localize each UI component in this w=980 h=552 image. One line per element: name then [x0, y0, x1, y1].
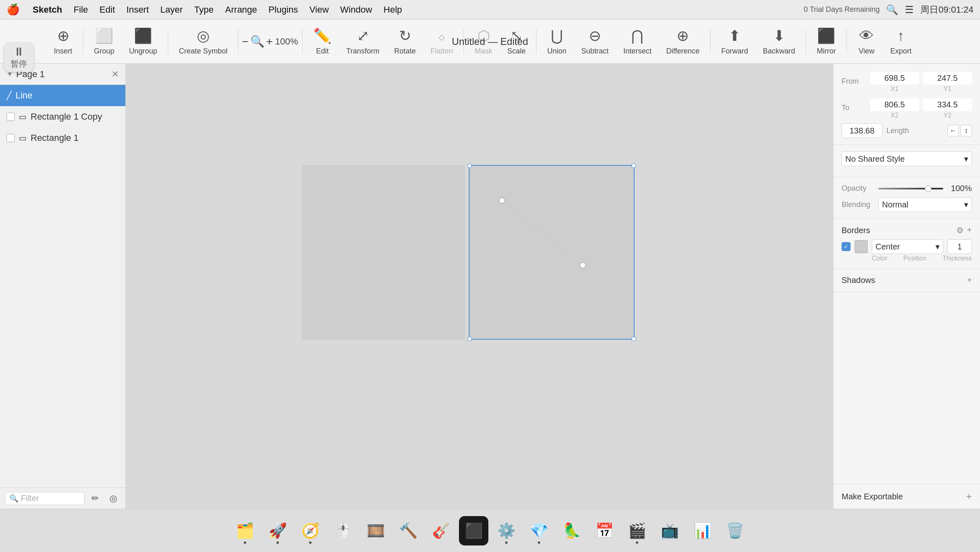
- menu-file[interactable]: File: [68, 4, 94, 16]
- opacity-slider[interactable]: [878, 188, 943, 189]
- dock-item-trash[interactable]: 🗑️: [720, 516, 750, 545]
- menu-view[interactable]: View: [304, 4, 334, 16]
- group-label: Group: [94, 47, 114, 56]
- borders-add-icon[interactable]: +: [967, 225, 972, 235]
- dock-item-app2[interactable]: 📺: [655, 516, 684, 545]
- menubar: 🍎 Sketch File Edit Insert Layer Type Arr…: [0, 0, 980, 20]
- length-input[interactable]: [842, 123, 882, 138]
- length-label: Length: [886, 127, 909, 135]
- shadows-title: Shadows: [842, 276, 875, 285]
- zoom-in-button[interactable]: +: [266, 35, 273, 48]
- rectangle-left[interactable]: [301, 165, 465, 340]
- mask-button[interactable]: ⬡ Mask: [467, 27, 500, 56]
- layer-options-button[interactable]: ◎: [106, 491, 120, 506]
- to-x-input[interactable]: [870, 98, 919, 111]
- make-exportable-add-icon[interactable]: +: [966, 491, 972, 502]
- opacity-thumb[interactable]: [925, 185, 931, 192]
- rotate-button[interactable]: ↻ Rotate: [387, 27, 423, 56]
- filter-search-icon: 🔍: [9, 494, 18, 503]
- dock-item-system-prefs[interactable]: ⚙️: [492, 516, 521, 545]
- create-symbol-button[interactable]: ◎ Create Symbol: [172, 27, 235, 56]
- rect-checkbox[interactable]: [7, 134, 15, 142]
- mirror-icon: ⬛: [817, 27, 835, 45]
- menu-layer[interactable]: Layer: [155, 4, 189, 16]
- to-y-label: Y2: [943, 112, 951, 119]
- border-thickness-sub: Thickness: [942, 255, 972, 262]
- to-y-input[interactable]: [923, 98, 972, 111]
- shadows-add-icon[interactable]: +: [967, 276, 972, 285]
- subtract-label: Subtract: [581, 47, 608, 56]
- zoom-out-button[interactable]: −: [242, 35, 248, 48]
- dock-item-parrot[interactable]: 🦜: [557, 516, 586, 545]
- menu-insert[interactable]: Insert: [121, 4, 155, 16]
- subtract-icon: ⊖: [589, 27, 601, 45]
- intersect-button[interactable]: ⋂ Intersect: [616, 27, 659, 56]
- export-button[interactable]: ↑ Export: [883, 27, 919, 56]
- menu-icon[interactable]: ☰: [905, 4, 914, 16]
- view-button[interactable]: 👁 View: [850, 27, 883, 56]
- layer-item-rect[interactable]: ▭ Rectangle 1: [0, 127, 125, 149]
- mirror-button[interactable]: ⬛ Mirror: [809, 27, 843, 56]
- border-color-swatch[interactable]: [855, 240, 868, 253]
- forward-button[interactable]: ⬆ Forward: [714, 27, 755, 56]
- transform-button[interactable]: ⤢ Transform: [339, 27, 387, 56]
- blending-select[interactable]: Normal ▾: [878, 197, 972, 212]
- ungroup-button[interactable]: ⬛ Ungroup: [122, 27, 165, 56]
- dock-item-xcode[interactable]: 🔨: [394, 516, 423, 545]
- menu-help[interactable]: Help: [378, 4, 408, 16]
- intersect-label: Intersect: [623, 47, 651, 56]
- edit-button[interactable]: ✏️ Edit: [306, 27, 339, 56]
- add-layer-button[interactable]: ✏: [88, 491, 102, 506]
- rect-layer-label: Rectangle 1: [31, 133, 78, 143]
- filter-placeholder: Filter: [21, 494, 39, 503]
- from-x-input[interactable]: [870, 72, 919, 85]
- flatten-button[interactable]: ⬦ Flatten: [423, 27, 460, 56]
- shared-style-select[interactable]: No Shared Style ▾: [842, 151, 972, 166]
- flip-v-button[interactable]: ↕: [960, 125, 972, 136]
- toolbar-sep-3: [238, 29, 238, 54]
- group-button[interactable]: ⬜ Group: [87, 27, 122, 56]
- dock-item-terminal[interactable]: ⬛: [459, 516, 488, 545]
- layer-item-rect-copy[interactable]: ▭ Rectangle 1 Copy: [0, 106, 125, 127]
- subtract-button[interactable]: ⊖ Subtract: [574, 27, 616, 56]
- dock-item-mouse[interactable]: 🖱️: [328, 516, 358, 545]
- canvas[interactable]: [126, 64, 833, 509]
- apple-menu[interactable]: 🍎: [7, 3, 20, 16]
- menu-arrange[interactable]: Arrange: [219, 4, 263, 16]
- dock-item-photos[interactable]: 🎞️: [361, 516, 390, 545]
- dock-item-calendar[interactable]: 📅: [590, 516, 619, 545]
- dock-item-launchpad[interactable]: 🚀: [263, 516, 292, 545]
- dock-item-sketch[interactable]: 💎: [524, 516, 554, 545]
- rectangle-right[interactable]: [469, 165, 635, 340]
- difference-button[interactable]: ⊕ Difference: [659, 27, 707, 56]
- flip-h-button[interactable]: ←: [947, 125, 959, 136]
- backward-button[interactable]: ⬇ Backward: [755, 27, 802, 56]
- border-position-select[interactable]: Center ▾: [872, 239, 943, 254]
- dock-item-safari[interactable]: 🧭: [296, 516, 325, 545]
- from-y-input[interactable]: [923, 72, 972, 85]
- create-symbol-icon: ◎: [197, 27, 209, 45]
- borders-settings-icon[interactable]: ⚙: [956, 225, 964, 235]
- filter-input-wrapper[interactable]: 🔍 Filter: [5, 492, 85, 505]
- rect-copy-checkbox[interactable]: [7, 113, 15, 121]
- menu-edit[interactable]: Edit: [94, 4, 121, 16]
- menu-window[interactable]: Window: [334, 4, 378, 16]
- dock-item-app3[interactable]: 📊: [688, 516, 717, 545]
- menu-type[interactable]: Type: [189, 4, 220, 16]
- menu-sketch[interactable]: Sketch: [27, 4, 68, 16]
- from-x-col: X1: [870, 72, 919, 93]
- forward-icon: ⬆: [728, 27, 741, 45]
- union-button[interactable]: ⋃ Union: [540, 27, 574, 56]
- border-thickness-input[interactable]: 1: [947, 239, 972, 254]
- search-icon[interactable]: 🔍: [886, 4, 898, 16]
- menu-plugins[interactable]: Plugins: [263, 4, 304, 16]
- insert-button[interactable]: ⊕ Insert: [47, 27, 80, 56]
- dock-item-app1[interactable]: 🎬: [622, 516, 652, 545]
- filter-bar: 🔍 Filter ✏ ◎: [0, 487, 126, 509]
- layer-item-line[interactable]: ╱ Line: [0, 85, 125, 106]
- dock-item-instruments[interactable]: 🎸: [426, 516, 456, 545]
- border-checkbox[interactable]: ✓: [842, 242, 851, 251]
- close-sidebar-button[interactable]: ✕: [111, 69, 119, 80]
- opacity-label: Opacity: [842, 184, 874, 193]
- dock-item-finder[interactable]: 🗂️: [230, 516, 260, 545]
